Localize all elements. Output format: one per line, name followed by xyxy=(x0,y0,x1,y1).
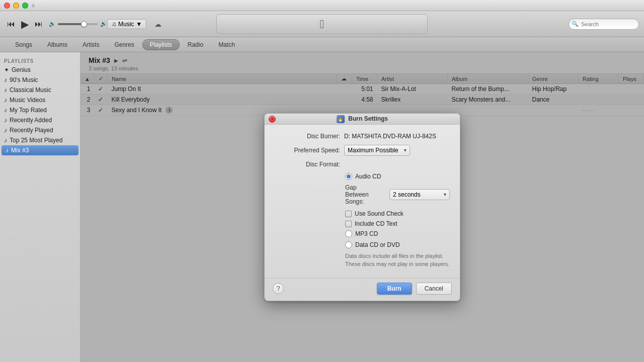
rewind-button[interactable]: ⏮ xyxy=(5,19,17,30)
sidebar-item-label: Recently Added xyxy=(10,117,52,124)
music-note-icon: ♪ xyxy=(4,76,7,83)
library-selector-button[interactable]: ♫ Music ▼ xyxy=(107,19,146,29)
music-note-icon: ♪ xyxy=(4,86,7,94)
gap-select-wrap: none 1 second 2 seconds 3 seconds 4 seco… xyxy=(389,189,450,200)
sidebar-item-recently-added[interactable]: ♪ Recently Added xyxy=(0,115,80,125)
disc-burner-label: Disc Burner: xyxy=(275,133,340,140)
sidebar-item-90s-music[interactable]: ♪ 90's Music xyxy=(0,75,80,85)
burn-button[interactable]: Burn xyxy=(377,283,412,295)
burn-icon: 🔥 xyxy=(337,115,345,123)
radio-inner xyxy=(347,174,351,178)
burn-settings-dialog: ✕ 🔥 Burn Settings Disc Burner: D: MATSHI… xyxy=(264,113,460,301)
data-cd-row: Data CD or DVD xyxy=(275,241,450,248)
disc-format-label: Disc Format: xyxy=(275,161,340,168)
dialog-actions: Burn Cancel xyxy=(377,283,452,295)
toolbar: ⏮ ▶ ⏭ 🔈 🔊 ♫ Music ▼ ☁  🔍 xyxy=(0,11,644,37)
sidebar-item-my-top-rated[interactable]: ♪ My Top Rated xyxy=(0,105,80,115)
sidebar-item-label: Genius xyxy=(12,66,31,73)
tab-playlists[interactable]: Playlists xyxy=(142,39,180,50)
music-note-icon: ♪ xyxy=(4,97,7,104)
sidebar-item-classical[interactable]: ♪ Classical Music xyxy=(0,85,80,95)
sidebar-item-mix3[interactable]: ♪ Mix #3 xyxy=(2,145,78,155)
sidebar-item-top-25[interactable]: ♪ Top 25 Most Played xyxy=(0,135,80,145)
genius-icon: ✦ xyxy=(4,66,9,73)
data-cd-radio[interactable] xyxy=(345,241,352,248)
dialog-body: Disc Burner: D: MATSHITA DVD-RAM UJ-842S… xyxy=(265,125,460,278)
music-note-icon: ♪ xyxy=(4,117,7,124)
content-area: Mix #3 ▶ ⇌ 3 songs, 13 minutes ▲ ✓ Name … xyxy=(80,52,644,362)
modal-overlay: ✕ 🔥 Burn Settings Disc Burner: D: MATSHI… xyxy=(80,52,644,362)
mp3-cd-label: MP3 CD xyxy=(355,230,378,237)
tab-radio[interactable]: Radio xyxy=(181,40,210,50)
nav-tabs: Songs Albums Artists Genres Playlists Ra… xyxy=(0,37,644,52)
volume-slider-thumb[interactable] xyxy=(81,21,87,27)
volume-slider-track[interactable] xyxy=(58,23,98,25)
tab-artists[interactable]: Artists xyxy=(75,40,106,50)
gap-select[interactable]: none 1 second 2 seconds 3 seconds 4 seco… xyxy=(389,189,450,200)
data-cd-label: Data CD or DVD xyxy=(355,241,400,248)
volume-low-icon: 🔈 xyxy=(49,21,56,27)
sidebar-item-music-videos[interactable]: ♪ Music Videos xyxy=(0,95,80,105)
mp3-cd-row: MP3 CD xyxy=(275,230,450,237)
sidebar-item-label: Classical Music xyxy=(10,86,51,94)
fastforward-button[interactable]: ⏭ xyxy=(33,19,45,30)
cd-text-label: Include CD Text xyxy=(355,220,397,227)
music-note-icon: ♪ xyxy=(4,107,7,114)
window-controls xyxy=(4,3,28,9)
sidebar-item-label: Top 25 Most Played xyxy=(10,137,62,144)
audio-cd-label: Audio CD xyxy=(355,173,381,180)
audio-cd-radio[interactable] xyxy=(345,173,352,180)
sidebar-item-label: 90's Music xyxy=(10,76,38,83)
main-layout: PLAYLISTS ✦ Genius ♪ 90's Music ♪ Classi… xyxy=(0,52,644,362)
cloud-icon[interactable]: ☁ xyxy=(154,20,162,28)
tab-match[interactable]: Match xyxy=(211,40,242,50)
volume-control: 🔈 🔊 xyxy=(49,21,107,27)
preferred-speed-select[interactable]: Maximum Possible 1x2x4x8x16x xyxy=(344,145,410,156)
volume-high-icon: 🔊 xyxy=(100,21,107,27)
play-button[interactable]: ▶ xyxy=(19,17,31,31)
help-button[interactable]: ? xyxy=(273,283,284,294)
sidebar-section-header: PLAYLISTS xyxy=(0,56,80,65)
disc-burner-value: D: MATSHITA DVD-RAM UJ-842S xyxy=(344,133,436,140)
apple-logo-icon:  xyxy=(320,17,325,31)
audio-cd-row: Audio CD xyxy=(275,173,450,180)
sidebar-item-label: Recently Played xyxy=(10,127,53,134)
sidebar-item-label: Music Videos xyxy=(10,97,45,104)
search-input[interactable] xyxy=(569,19,639,30)
disc-burner-row: Disc Burner: D: MATSHITA DVD-RAM UJ-842S xyxy=(275,133,450,140)
now-playing-display:  xyxy=(216,14,428,34)
preferred-speed-row: Preferred Speed: Maximum Possible 1x2x4x… xyxy=(275,145,450,156)
cancel-button[interactable]: Cancel xyxy=(416,283,452,295)
minimize-button[interactable] xyxy=(13,3,19,9)
title-bar: ♫ xyxy=(0,0,644,11)
dialog-footer: ? Burn Cancel xyxy=(265,278,460,301)
mp3-cd-radio[interactable] xyxy=(345,230,352,237)
chevron-down-icon: ▼ xyxy=(136,21,142,28)
cd-text-checkbox[interactable] xyxy=(345,221,352,227)
dialog-close-button[interactable]: ✕ xyxy=(269,116,276,123)
sidebar-item-genius[interactable]: ✦ Genius xyxy=(0,65,80,75)
music-note-icon: ♫ xyxy=(112,21,116,28)
tab-songs[interactable]: Songs xyxy=(8,40,39,50)
dialog-titlebar: ✕ 🔥 Burn Settings xyxy=(265,114,460,125)
music-note-icon: ♪ xyxy=(4,127,7,134)
sidebar-item-label: Mix #3 xyxy=(11,147,29,154)
close-button[interactable] xyxy=(4,3,10,9)
cd-text-row: Include CD Text xyxy=(275,220,450,227)
library-label: Music xyxy=(118,21,134,28)
maximize-button[interactable] xyxy=(22,3,28,9)
gap-row: Gap Between Songs: none 1 second 2 secon… xyxy=(275,184,450,205)
music-note-icon: ♪ xyxy=(6,147,9,154)
tab-genres[interactable]: Genres xyxy=(107,40,141,50)
disc-format-row: Disc Format: xyxy=(275,161,450,168)
preferred-speed-select-wrap: Maximum Possible 1x2x4x8x16x ▼ xyxy=(344,145,410,156)
playback-controls: ⏮ ▶ ⏭ xyxy=(5,17,45,31)
gap-label: Gap Between Songs: xyxy=(345,184,381,205)
preferred-speed-label: Preferred Speed: xyxy=(275,147,340,154)
music-note-icon: ♪ xyxy=(4,137,7,144)
sound-check-checkbox[interactable] xyxy=(345,211,352,217)
data-disc-description: Data discs include all files in the play… xyxy=(275,252,450,268)
tab-albums[interactable]: Albums xyxy=(40,40,74,50)
dialog-title: 🔥 Burn Settings xyxy=(337,115,388,123)
sidebar-item-recently-played[interactable]: ♪ Recently Played xyxy=(0,125,80,135)
